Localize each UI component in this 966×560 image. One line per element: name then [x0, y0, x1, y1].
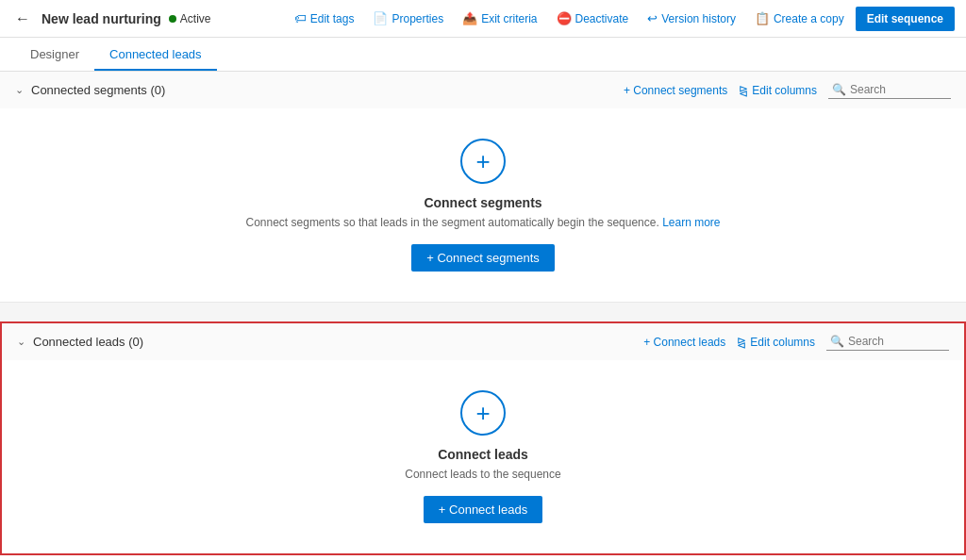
connect-leads-plus-icon: + — [460, 390, 506, 436]
back-button[interactable]: ← — [11, 7, 34, 31]
leads-chevron-down-icon[interactable]: ⌄ — [17, 336, 25, 348]
top-bar-right: 🏷 Edit tags 📄 Properties 📤 Exit criteria… — [287, 7, 955, 31]
edit-columns-segments-button[interactable]: ⧎ Edit columns — [739, 84, 817, 97]
learn-more-link[interactable]: Learn more — [662, 216, 720, 229]
connect-segments-header-button[interactable]: + Connect segments — [624, 84, 727, 97]
tab-bar: Designer Connected leads — [0, 38, 966, 72]
status-dot — [169, 15, 176, 23]
search-segments-icon: 🔍 — [832, 83, 846, 96]
search-leads-input[interactable] — [848, 335, 945, 348]
tab-designer[interactable]: Designer — [15, 40, 94, 71]
tag-icon: 🏷 — [294, 11, 307, 25]
edit-tags-button[interactable]: 🏷 Edit tags — [287, 8, 362, 29]
search-leads-icon: 🔍 — [830, 335, 844, 348]
edit-columns-icon: ⧎ — [739, 84, 748, 97]
connect-segments-button[interactable]: + Connect segments — [411, 244, 555, 272]
segments-empty-desc: Connect segments so that leads in the se… — [246, 216, 721, 229]
connected-leads-header: ⌄ Connected leads (0) + Connect leads ⧎ … — [2, 323, 964, 360]
leads-section-header-right: + Connect leads ⧎ Edit columns 🔍 — [643, 333, 949, 351]
connected-leads-section: ⌄ Connected leads (0) + Connect leads ⧎ … — [0, 321, 966, 555]
exit-icon: 📤 — [462, 11, 477, 25]
section-header-right: + Connect segments ⧎ Edit columns 🔍 — [624, 81, 951, 99]
edit-columns-leads-button[interactable]: ⧎ Edit columns — [737, 336, 815, 349]
version-history-button[interactable]: ↩ Version history — [640, 8, 743, 29]
leads-empty-desc: Connect leads to the sequence — [405, 468, 560, 481]
exit-criteria-button[interactable]: 📤 Exit criteria — [455, 8, 544, 29]
section-header-left: ⌄ Connected segments (0) — [15, 83, 165, 97]
connected-segments-header: ⌄ Connected segments (0) + Connect segme… — [0, 72, 966, 108]
edit-columns-leads-icon: ⧎ — [737, 336, 746, 349]
search-segments-box: 🔍 — [828, 81, 951, 99]
chevron-down-icon[interactable]: ⌄ — [15, 84, 24, 96]
section-divider — [0, 303, 966, 321]
copy-icon: 📋 — [755, 11, 770, 25]
properties-icon: 📄 — [373, 11, 388, 25]
deactivate-button[interactable]: ⛔ Deactivate — [549, 8, 637, 29]
search-segments-input[interactable] — [850, 83, 947, 96]
status-badge: Active — [169, 12, 211, 25]
leads-empty-state: + Connect leads Connect leads to the seq… — [2, 360, 964, 553]
connected-leads-title: Connected leads (0) — [33, 335, 143, 349]
connected-segments-title: Connected segments (0) — [31, 83, 165, 97]
connected-segments-section: ⌄ Connected segments (0) + Connect segme… — [0, 72, 966, 303]
search-leads-box: 🔍 — [826, 333, 949, 351]
status-label: Active — [180, 12, 211, 25]
leads-section-header-left: ⌄ Connected leads (0) — [17, 335, 143, 349]
segments-empty-title: Connect segments — [424, 195, 541, 210]
connect-leads-button[interactable]: + Connect leads — [424, 496, 542, 523]
deactivate-icon: ⛔ — [557, 11, 572, 25]
properties-button[interactable]: 📄 Properties — [365, 8, 451, 29]
edit-sequence-button[interactable]: Edit sequence — [856, 7, 955, 31]
create-copy-button[interactable]: 📋 Create a copy — [747, 8, 852, 29]
tab-connected-leads[interactable]: Connected leads — [94, 40, 217, 71]
connect-segments-plus-icon: + — [460, 139, 506, 184]
top-bar: ← New lead nurturing Active 🏷 Edit tags … — [0, 0, 966, 38]
segments-empty-state: + Connect segments Connect segments so t… — [0, 108, 966, 302]
page-title: New lead nurturing — [42, 11, 161, 26]
leads-empty-title: Connect leads — [438, 447, 528, 462]
history-icon: ↩ — [647, 11, 658, 25]
connect-leads-header-button[interactable]: + Connect leads — [643, 336, 725, 349]
top-bar-left: ← New lead nurturing Active — [11, 7, 210, 31]
